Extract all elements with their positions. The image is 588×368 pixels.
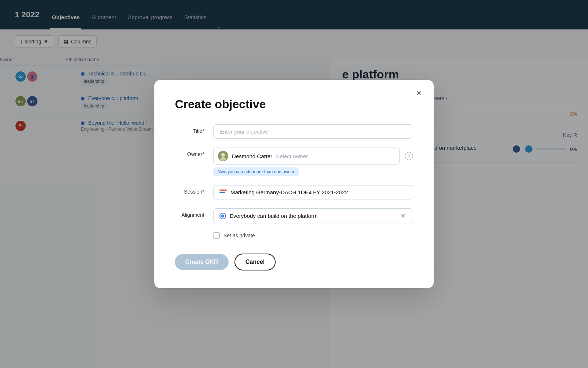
- alignment-circle-icon: [219, 213, 226, 219]
- session-control: Marketing Germany-DACH 1DE4 FY 2021-2022: [213, 185, 413, 199]
- title-row: Title*: [175, 124, 413, 139]
- owner-field[interactable]: Desmond Carter Select owner: [213, 148, 400, 164]
- create-objective-modal: × Create objective Title* Owner*: [154, 80, 434, 288]
- alignment-value: Everybody can build on the platform: [230, 213, 395, 219]
- owner-name: Desmond Carter: [232, 153, 272, 159]
- session-field[interactable]: Marketing Germany-DACH 1DE4 FY 2021-2022: [213, 185, 413, 199]
- svg-point-1: [221, 153, 225, 157]
- alignment-label: Alignment: [175, 208, 204, 218]
- create-okr-button[interactable]: Create OKR: [175, 254, 229, 270]
- owner-avatar: [218, 151, 228, 161]
- modal-title: Create objective: [175, 98, 413, 111]
- session-label: Session*: [175, 185, 204, 195]
- svg-point-2: [220, 157, 226, 161]
- session-icon-bar-blue: [219, 192, 225, 193]
- alignment-row: Alignment Everybody can build on the pla…: [175, 208, 413, 223]
- owner-row: Owner* Desmond Carter Select owner ?: [175, 148, 413, 176]
- session-icon-bar-red: [219, 190, 227, 191]
- close-button[interactable]: ×: [413, 87, 425, 99]
- session-icon: [219, 190, 227, 195]
- title-label: Title*: [175, 124, 204, 134]
- button-row: Create OKR Cancel: [175, 254, 413, 270]
- alignment-control: Everybody can build on the platform ✕: [213, 208, 413, 223]
- private-checkbox[interactable]: [213, 232, 220, 239]
- owner-control: Desmond Carter Select owner ? Now you ca…: [213, 148, 413, 176]
- owner-placeholder-text[interactable]: Select owner: [276, 153, 395, 159]
- title-control: [213, 124, 413, 139]
- alignment-clear-button[interactable]: ✕: [399, 212, 407, 219]
- session-value: Marketing Germany-DACH 1DE4 FY 2021-2022: [230, 189, 348, 195]
- private-label: Set as private: [223, 233, 255, 238]
- alignment-circle-inner: [221, 215, 224, 217]
- help-icon[interactable]: ?: [405, 152, 413, 160]
- alignment-field[interactable]: Everybody can build on the platform ✕: [213, 208, 413, 223]
- avatar-image: [218, 151, 228, 161]
- cancel-button[interactable]: Cancel: [234, 254, 276, 270]
- owner-hint-badge: Now you can add more than one owner: [213, 167, 299, 176]
- title-input[interactable]: [213, 124, 413, 139]
- private-row: Set as private: [213, 232, 413, 239]
- session-row: Session* Marketing Germany-DACH 1DE4 FY …: [175, 185, 413, 199]
- owner-label: Owner*: [175, 148, 204, 157]
